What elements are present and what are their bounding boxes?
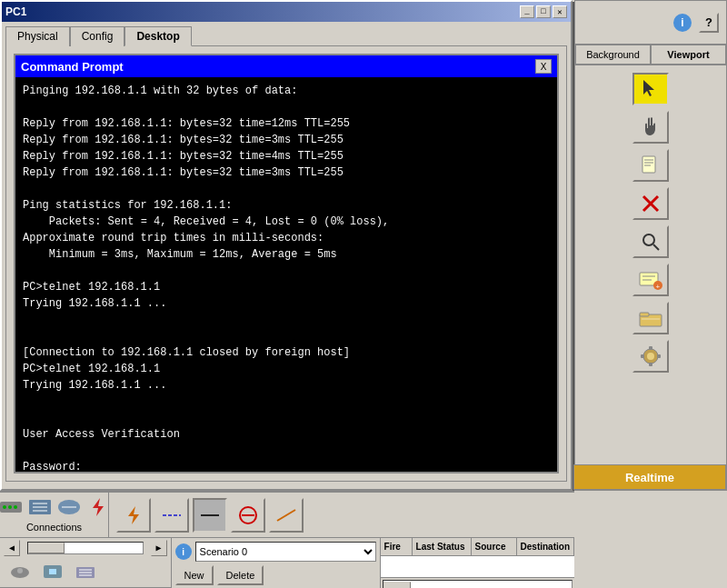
right-panel-top: i ? <box>575 1 726 45</box>
cable-nav-area: ◀ ▶ <box>0 538 172 588</box>
device-icon-1[interactable] <box>7 560 33 585</box>
tab-desktop[interactable]: Desktop <box>124 26 191 46</box>
table-body <box>381 556 574 577</box>
bottom-second-row: ◀ ▶ <box>0 538 574 588</box>
cable-tools-row <box>109 493 574 537</box>
pc1-tabs: Physical Config Desktop <box>2 22 571 45</box>
lightning-icon[interactable] <box>85 494 111 520</box>
svg-point-26 <box>14 505 17 509</box>
svg-point-24 <box>3 505 6 509</box>
pc1-title: PC1 <box>5 5 26 18</box>
svg-text:+: + <box>656 283 661 291</box>
svg-marker-33 <box>93 498 104 516</box>
scenario-select[interactable]: Scenario 0 <box>195 542 376 562</box>
svg-point-25 <box>8 505 12 509</box>
auto-cable-button[interactable] <box>116 498 151 533</box>
cmd-title: Command Prompt <box>21 60 124 74</box>
add-message-button[interactable]: + <box>632 264 669 296</box>
svg-point-41 <box>17 568 23 573</box>
straight-cable-button[interactable] <box>154 498 189 533</box>
crossover-cable-button[interactable] <box>193 498 227 533</box>
pdu-action-buttons: New Delete <box>175 565 376 585</box>
close-window-button[interactable]: ✕ <box>553 5 567 18</box>
prev-cable-button[interactable]: ◀ <box>4 540 20 556</box>
hscroll-inner[interactable] <box>383 580 573 589</box>
cmd-body[interactable]: Pinging 192.168.1.1 with 32 bytes of dat… <box>15 77 557 472</box>
connections-label: Connections <box>26 522 82 533</box>
no-cable-button[interactable] <box>231 498 265 533</box>
svg-rect-1 <box>642 156 655 173</box>
hub-icon[interactable] <box>56 494 82 520</box>
hand-icon <box>640 116 662 138</box>
tab-config[interactable]: Config <box>70 26 125 46</box>
svg-line-8 <box>653 244 659 250</box>
pc1-window-controls: _ □ ✕ <box>520 5 567 18</box>
tab-background[interactable]: Background <box>575 45 651 65</box>
svg-point-7 <box>643 234 654 245</box>
select-tool-button[interactable] <box>632 73 669 105</box>
folder-icon <box>639 308 662 328</box>
delete-tool-button[interactable] <box>632 187 669 220</box>
cable-nav-top: ◀ ▶ <box>0 538 171 558</box>
svg-rect-21 <box>641 354 644 358</box>
command-prompt-window: Command Prompt X Pinging 192.168.1.1 wit… <box>14 54 559 473</box>
delete-scenario-button[interactable]: Delete <box>217 565 264 585</box>
pdu-table-area: Fire Last Status Source Destination <box>381 538 574 588</box>
svg-marker-34 <box>128 506 139 524</box>
col-last-status: Last Status <box>413 538 472 555</box>
minimize-button[interactable]: _ <box>520 5 534 18</box>
connections-section: Connections <box>0 493 109 537</box>
pc1-window: PC1 _ □ ✕ Physical Config Desktop Comman… <box>0 0 573 491</box>
realtime-bar: Realtime <box>573 464 726 490</box>
new-scenario-button[interactable]: New <box>175 565 214 585</box>
bottom-bar: Connections <box>0 491 574 588</box>
next-cable-button[interactable]: ▶ <box>151 540 167 556</box>
note-tool-button[interactable] <box>632 149 669 182</box>
settings-icon <box>639 344 662 368</box>
device-icon-3[interactable] <box>73 560 98 585</box>
right-tools: + <box>575 65 726 380</box>
realtime-label: Realtime <box>625 471 674 484</box>
delete-icon <box>641 194 661 214</box>
zoom-icon <box>641 232 661 252</box>
tab-physical[interactable]: Physical <box>5 26 70 46</box>
svg-line-39 <box>277 510 295 521</box>
svg-rect-15 <box>640 313 649 316</box>
note-icon <box>640 154 662 176</box>
svg-rect-20 <box>649 363 652 366</box>
pc1-titlebar: PC1 _ □ ✕ <box>2 2 571 22</box>
open-tool-button[interactable] <box>632 302 669 334</box>
select-icon <box>640 78 662 100</box>
col-destination: Destination <box>517 538 574 555</box>
help-button[interactable]: ? <box>699 13 719 33</box>
hand-tool-button[interactable] <box>632 111 669 144</box>
cable-scrollbar[interactable] <box>27 542 144 554</box>
settings-tool-button[interactable] <box>632 340 669 373</box>
col-source: Source <box>472 538 517 555</box>
svg-rect-22 <box>657 354 661 358</box>
serial-cable-button[interactable] <box>269 498 304 533</box>
add-message-icon: + <box>638 267 663 293</box>
table-hscroll[interactable] <box>381 577 574 588</box>
svg-rect-43 <box>49 569 56 574</box>
cmd-close-button[interactable]: X <box>535 59 552 74</box>
viewport-tabs: Background Viewport <box>575 45 726 65</box>
zoom-tool-button[interactable] <box>632 225 669 258</box>
switch-icon[interactable] <box>27 494 53 520</box>
router-icon[interactable] <box>0 494 24 520</box>
connections-icons-row <box>0 494 111 520</box>
tab-viewport[interactable]: Viewport <box>651 45 726 65</box>
svg-marker-0 <box>643 80 654 96</box>
device-icon-2[interactable] <box>40 560 65 585</box>
info-button[interactable]: i <box>673 14 692 32</box>
pdu-area: i Scenario 0 New Delete Toggle PDU List … <box>172 538 381 588</box>
table-header-row: Fire Last Status Source Destination <box>381 538 574 556</box>
bottom-top-row: Connections <box>0 493 574 538</box>
col-fire: Fire <box>381 538 413 555</box>
pdu-top-row: i Scenario 0 <box>175 542 376 562</box>
svg-rect-19 <box>649 346 652 350</box>
scenario-info-button[interactable]: i <box>175 543 192 560</box>
desktop-tab-content: Command Prompt X Pinging 192.168.1.1 wit… <box>5 45 567 482</box>
maximize-button[interactable]: □ <box>536 5 551 18</box>
cmd-output: Pinging 192.168.1.1 with 32 bytes of dat… <box>23 83 550 472</box>
